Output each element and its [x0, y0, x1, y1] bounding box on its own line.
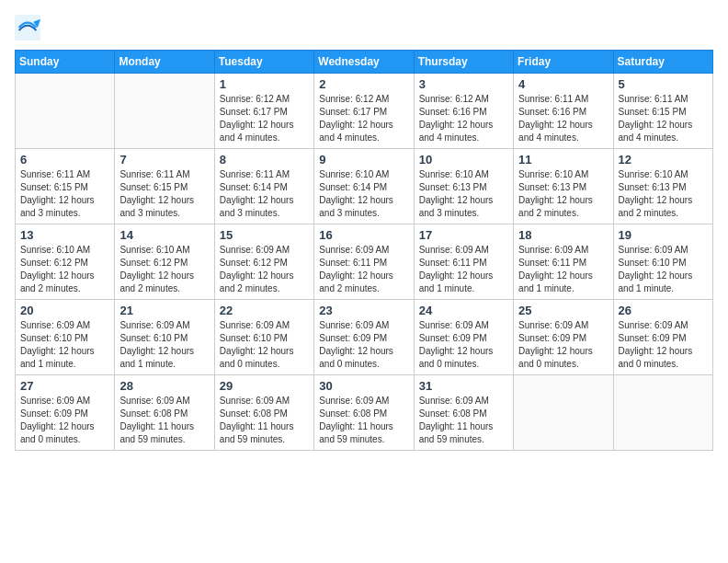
calendar-cell: 5Sunrise: 6:11 AM Sunset: 6:15 PM Daylig… — [613, 74, 712, 149]
day-number: 5 — [619, 77, 708, 91]
calendar-cell: 31Sunrise: 6:09 AM Sunset: 6:08 PM Dayli… — [414, 375, 513, 451]
column-header-monday: Monday — [115, 51, 214, 74]
calendar-cell: 14Sunrise: 6:10 AM Sunset: 6:12 PM Dayli… — [115, 224, 214, 300]
day-info: Sunrise: 6:12 AM Sunset: 6:17 PM Dayligh… — [220, 93, 309, 144]
day-info: Sunrise: 6:09 AM Sunset: 6:09 PM Dayligh… — [619, 319, 708, 371]
day-info: Sunrise: 6:09 AM Sunset: 6:11 PM Dayligh… — [419, 244, 508, 295]
day-number: 11 — [518, 153, 608, 167]
calendar-week-3: 13Sunrise: 6:10 AM Sunset: 6:12 PM Dayli… — [16, 224, 713, 300]
calendar-cell: 27Sunrise: 6:09 AM Sunset: 6:09 PM Dayli… — [16, 375, 115, 451]
calendar-cell: 8Sunrise: 6:11 AM Sunset: 6:14 PM Daylig… — [214, 149, 313, 224]
day-number: 16 — [319, 228, 408, 242]
day-info: Sunrise: 6:09 AM Sunset: 6:09 PM Dayligh… — [319, 319, 408, 371]
calendar-cell: 25Sunrise: 6:09 AM Sunset: 6:09 PM Dayli… — [514, 300, 613, 375]
calendar-cell: 30Sunrise: 6:09 AM Sunset: 6:08 PM Dayli… — [314, 375, 414, 451]
svg-rect-0 — [15, 15, 40, 40]
calendar-week-5: 27Sunrise: 6:09 AM Sunset: 6:09 PM Dayli… — [16, 375, 713, 451]
day-number: 26 — [619, 304, 708, 317]
day-number: 17 — [419, 228, 508, 242]
day-number: 6 — [20, 153, 109, 167]
calendar-cell: 28Sunrise: 6:09 AM Sunset: 6:08 PM Dayli… — [115, 375, 214, 451]
day-info: Sunrise: 6:09 AM Sunset: 6:11 PM Dayligh… — [319, 244, 408, 295]
day-info: Sunrise: 6:09 AM Sunset: 6:12 PM Dayligh… — [220, 244, 309, 295]
day-info: Sunrise: 6:09 AM Sunset: 6:09 PM Dayligh… — [419, 319, 508, 371]
calendar-cell — [613, 375, 712, 451]
day-number: 18 — [518, 228, 608, 242]
column-header-friday: Friday — [514, 51, 613, 74]
page: SundayMondayTuesdayWednesdayThursdayFrid… — [0, 0, 728, 563]
day-number: 7 — [119, 153, 209, 167]
calendar-cell — [16, 74, 115, 149]
day-info: Sunrise: 6:09 AM Sunset: 6:10 PM Dayligh… — [20, 319, 109, 371]
calendar-cell: 19Sunrise: 6:09 AM Sunset: 6:10 PM Dayli… — [613, 224, 712, 300]
calendar-week-1: 1Sunrise: 6:12 AM Sunset: 6:17 PM Daylig… — [16, 74, 713, 149]
day-number: 31 — [419, 379, 508, 393]
calendar-cell — [115, 74, 214, 149]
day-info: Sunrise: 6:09 AM Sunset: 6:08 PM Dayligh… — [119, 395, 209, 446]
day-number: 4 — [518, 77, 608, 91]
calendar-cell: 18Sunrise: 6:09 AM Sunset: 6:11 PM Dayli… — [514, 224, 613, 300]
day-number: 28 — [119, 379, 209, 393]
calendar-cell: 1Sunrise: 6:12 AM Sunset: 6:17 PM Daylig… — [214, 74, 313, 149]
day-number: 8 — [220, 153, 309, 167]
calendar-cell: 2Sunrise: 6:12 AM Sunset: 6:17 PM Daylig… — [314, 74, 414, 149]
day-info: Sunrise: 6:09 AM Sunset: 6:09 PM Dayligh… — [20, 395, 109, 446]
day-info: Sunrise: 6:10 AM Sunset: 6:14 PM Dayligh… — [319, 168, 408, 220]
calendar-cell: 21Sunrise: 6:09 AM Sunset: 6:10 PM Dayli… — [115, 300, 214, 375]
day-number: 19 — [619, 228, 708, 242]
day-number: 3 — [419, 77, 508, 91]
day-number: 25 — [518, 304, 608, 317]
day-info: Sunrise: 6:10 AM Sunset: 6:13 PM Dayligh… — [518, 168, 608, 220]
calendar-week-4: 20Sunrise: 6:09 AM Sunset: 6:10 PM Dayli… — [16, 300, 713, 375]
day-number: 24 — [419, 304, 508, 317]
calendar-cell: 6Sunrise: 6:11 AM Sunset: 6:15 PM Daylig… — [16, 149, 115, 224]
day-info: Sunrise: 6:11 AM Sunset: 6:16 PM Dayligh… — [518, 93, 608, 144]
calendar-cell: 24Sunrise: 6:09 AM Sunset: 6:09 PM Dayli… — [414, 300, 513, 375]
day-info: Sunrise: 6:09 AM Sunset: 6:11 PM Dayligh… — [518, 244, 608, 295]
day-number: 29 — [220, 379, 309, 393]
calendar-cell: 10Sunrise: 6:10 AM Sunset: 6:13 PM Dayli… — [414, 149, 513, 224]
header — [15, 15, 713, 40]
day-info: Sunrise: 6:11 AM Sunset: 6:15 PM Dayligh… — [619, 93, 708, 144]
day-info: Sunrise: 6:09 AM Sunset: 6:08 PM Dayligh… — [419, 395, 508, 446]
day-info: Sunrise: 6:09 AM Sunset: 6:10 PM Dayligh… — [619, 244, 708, 295]
day-info: Sunrise: 6:09 AM Sunset: 6:09 PM Dayligh… — [518, 319, 608, 371]
day-info: Sunrise: 6:09 AM Sunset: 6:08 PM Dayligh… — [319, 395, 408, 446]
calendar-cell: 3Sunrise: 6:12 AM Sunset: 6:16 PM Daylig… — [414, 74, 513, 149]
calendar-cell: 17Sunrise: 6:09 AM Sunset: 6:11 PM Dayli… — [414, 224, 513, 300]
column-header-wednesday: Wednesday — [314, 51, 414, 74]
day-info: Sunrise: 6:10 AM Sunset: 6:12 PM Dayligh… — [119, 244, 209, 295]
calendar-cell: 26Sunrise: 6:09 AM Sunset: 6:09 PM Dayli… — [613, 300, 712, 375]
calendar-cell: 20Sunrise: 6:09 AM Sunset: 6:10 PM Dayli… — [16, 300, 115, 375]
day-info: Sunrise: 6:11 AM Sunset: 6:15 PM Dayligh… — [119, 168, 209, 220]
day-number: 2 — [319, 77, 408, 91]
day-number: 23 — [319, 304, 408, 317]
calendar-table: SundayMondayTuesdayWednesdayThursdayFrid… — [15, 50, 713, 451]
day-number: 10 — [419, 153, 508, 167]
calendar-cell: 9Sunrise: 6:10 AM Sunset: 6:14 PM Daylig… — [314, 149, 414, 224]
day-number: 15 — [220, 228, 309, 242]
calendar-cell: 13Sunrise: 6:10 AM Sunset: 6:12 PM Dayli… — [16, 224, 115, 300]
column-header-tuesday: Tuesday — [214, 51, 313, 74]
calendar-cell: 4Sunrise: 6:11 AM Sunset: 6:16 PM Daylig… — [514, 74, 613, 149]
day-number: 12 — [619, 153, 708, 167]
day-info: Sunrise: 6:12 AM Sunset: 6:16 PM Dayligh… — [419, 93, 508, 144]
day-info: Sunrise: 6:09 AM Sunset: 6:10 PM Dayligh… — [220, 319, 309, 371]
logo-icon — [15, 15, 40, 40]
day-info: Sunrise: 6:09 AM Sunset: 6:08 PM Dayligh… — [220, 395, 309, 446]
calendar-cell: 22Sunrise: 6:09 AM Sunset: 6:10 PM Dayli… — [214, 300, 313, 375]
calendar-cell — [514, 375, 613, 451]
day-number: 22 — [220, 304, 309, 317]
day-number: 9 — [319, 153, 408, 167]
day-number: 27 — [20, 379, 109, 393]
day-info: Sunrise: 6:09 AM Sunset: 6:10 PM Dayligh… — [119, 319, 209, 371]
day-number: 13 — [20, 228, 109, 242]
calendar-cell: 15Sunrise: 6:09 AM Sunset: 6:12 PM Dayli… — [214, 224, 313, 300]
column-header-thursday: Thursday — [414, 51, 513, 74]
calendar-cell: 16Sunrise: 6:09 AM Sunset: 6:11 PM Dayli… — [314, 224, 414, 300]
day-number: 30 — [319, 379, 408, 393]
day-number: 1 — [220, 77, 309, 91]
calendar-cell: 7Sunrise: 6:11 AM Sunset: 6:15 PM Daylig… — [115, 149, 214, 224]
day-info: Sunrise: 6:11 AM Sunset: 6:14 PM Dayligh… — [220, 168, 309, 220]
calendar-cell: 11Sunrise: 6:10 AM Sunset: 6:13 PM Dayli… — [514, 149, 613, 224]
